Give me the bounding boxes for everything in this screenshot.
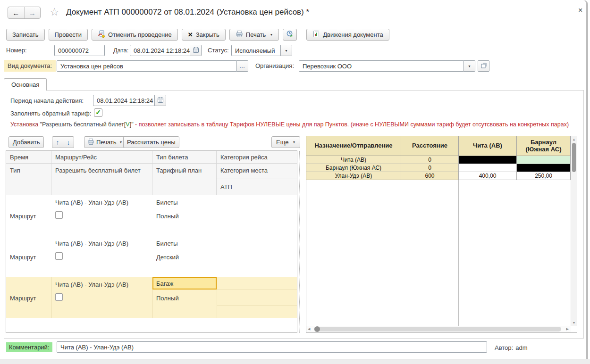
add-row-label: Добавить	[13, 139, 40, 146]
matrix-dest-cell[interactable]: Чита (АВ)	[306, 156, 401, 164]
row-type[interactable]: Маршрут	[10, 213, 36, 220]
favorites-star-icon[interactable]: ☆	[50, 6, 59, 18]
price-matrix-table: Назначение/Отправление Расстояние Чита (…	[306, 136, 577, 333]
row-ticket-type[interactable]: Билеты	[156, 240, 177, 247]
col-header-ticket-type[interactable]: Тип билета	[152, 151, 216, 164]
vertical-scroll-thumb[interactable]	[572, 143, 576, 172]
move-row-down-button[interactable]: ↓	[63, 137, 74, 148]
matrix-price-cell[interactable]	[459, 164, 517, 172]
matrix-distance-cell[interactable]: 0	[401, 164, 459, 172]
close-button[interactable]: ✕ Закрыть	[182, 29, 226, 41]
row-tariff-plan[interactable]: Детский	[156, 254, 179, 261]
scroll-left-icon[interactable]: ◀	[308, 327, 310, 331]
matrix-dest-cell[interactable]: Барнаул (Южная АС)	[306, 164, 401, 172]
matrix-col-barnaul[interactable]: Барнаул (Южная АС)	[517, 136, 571, 156]
save-button[interactable]: Записать	[6, 29, 45, 41]
forward-button[interactable]: →	[24, 7, 41, 18]
matrix-col-chita[interactable]: Чита (АВ)	[459, 136, 517, 156]
number-field[interactable]: 000000072	[54, 45, 105, 56]
matrix-distance-cell[interactable]: 0	[401, 156, 459, 164]
scroll-up-icon[interactable]: ▲	[571, 138, 577, 141]
print-button[interactable]: Печать ▼	[229, 29, 279, 41]
matrix-col-destination[interactable]: Назначение/Отправление	[306, 136, 401, 156]
row-type[interactable]: Маршрут	[10, 295, 36, 302]
organization-open-button[interactable]	[478, 60, 489, 72]
nav-history-group: ← →	[8, 7, 41, 19]
fill-reverse-tariff-checkbox[interactable]: ✓	[94, 108, 102, 117]
fill-reverse-tariff-label: Заполнять обратный тариф:	[10, 110, 91, 117]
post-button[interactable]: Провести	[49, 29, 88, 41]
matrix-price-cell-highlighted[interactable]	[517, 156, 571, 164]
col-header-trip-category[interactable]: Категория рейса	[217, 151, 297, 164]
table-row-selected[interactable]: Чита (АВ) - Улан-Удэ (АВ) Багаж Маршрут …	[6, 277, 297, 318]
date-calendar-button[interactable]	[190, 45, 202, 56]
free-ticket-checkbox[interactable]	[55, 252, 63, 260]
history-refresh-button[interactable]	[283, 29, 297, 41]
table-row[interactable]: Чита (АВ) - Улан-Удэ (АВ) Билеты Маршрут…	[6, 236, 297, 277]
table-row[interactable]: Чита (АВ) - Улан-Удэ (АВ) Билеты Маршрут…	[6, 195, 297, 236]
more-button[interactable]: Еще ▼	[271, 136, 300, 148]
date-field[interactable]: 08.01.2024 12:18:24	[130, 45, 202, 56]
horizontal-scrollbar[interactable]: ◀ ▶	[306, 326, 571, 332]
price-matrix-grid: Назначение/Отправление Расстояние Чита (…	[306, 136, 571, 180]
doc-kind-field[interactable]: Установка цен рейсов ...	[57, 60, 248, 72]
panel-splitter[interactable]	[299, 151, 300, 333]
col-header-route[interactable]: Маршрут/Рейс	[51, 151, 152, 164]
warning-part-4: V	[126, 121, 129, 128]
cancel-posting-label: Отменить проведение	[108, 31, 172, 38]
document-movements-icon	[312, 30, 320, 39]
tab-main[interactable]: Основная	[4, 78, 47, 91]
matrix-distance-cell[interactable]: 600	[401, 172, 459, 180]
doc-kind-choose-button[interactable]: ...	[237, 60, 248, 72]
status-dropdown-button[interactable]: ▼	[281, 45, 292, 56]
matrix-price-cell[interactable]: 250,00	[517, 172, 571, 180]
comment-value: Чита (АВ) - Улан-Удэ (АВ)	[60, 344, 134, 351]
row-type[interactable]: Маршрут	[10, 254, 36, 261]
active-cell-ticket-type[interactable]: Багаж	[152, 277, 217, 290]
period-calendar-button[interactable]	[155, 95, 166, 106]
col-header-time[interactable]: Время	[6, 151, 51, 164]
col-header-type[interactable]: Тип	[6, 164, 51, 179]
matrix-price-cell-blocked[interactable]	[459, 156, 517, 164]
calculate-prices-button[interactable]: Рассчитать цены	[123, 136, 179, 148]
row-tariff-plan[interactable]: Полный	[156, 213, 179, 220]
col-header-tariff-plan[interactable]: Тарифный план	[152, 164, 216, 179]
matrix-price-cell-blocked[interactable]	[517, 164, 571, 172]
scroll-down-icon[interactable]: ▼	[571, 321, 577, 324]
col-header-atp[interactable]: АТП	[217, 179, 297, 194]
organization-dropdown-button[interactable]: ▼	[464, 60, 475, 72]
status-combo[interactable]: Исполняемый ▼	[231, 45, 292, 56]
organization-label: Организация:	[255, 62, 294, 69]
horizontal-scroll-track[interactable]	[314, 327, 561, 331]
move-row-up-button[interactable]: ↑	[52, 137, 63, 148]
comment-field[interactable]: Чита (АВ) - Улан-Удэ (АВ)	[57, 341, 487, 353]
matrix-col-distance[interactable]: Расстояние	[401, 136, 459, 156]
page-title: Документ АТП 000000072 от 08.01.2024 (Ус…	[66, 8, 309, 17]
row-route[interactable]: Чита (АВ) - Улан-Удэ (АВ)	[55, 240, 128, 247]
header-col-time-type: Время Тип	[6, 151, 51, 195]
horizontal-scroll-thumb[interactable]	[314, 326, 320, 332]
matrix-price-cell[interactable]: 400,00	[459, 172, 517, 180]
scroll-right-icon[interactable]: ▶	[566, 327, 569, 331]
col-header-seat-category[interactable]: Категория места	[217, 164, 297, 179]
row-tariff-plan[interactable]: Полный	[156, 295, 179, 302]
col-header-free-ticket[interactable]: Разрешить бесплатный билет	[51, 164, 152, 179]
cancel-posting-button[interactable]: Отменить проведение	[92, 29, 178, 41]
row-ticket-type[interactable]: Билеты	[156, 199, 177, 206]
period-field[interactable]: 08.01.2024 12:18:24	[93, 95, 166, 106]
matrix-dest-cell[interactable]: Улан-Удэ (АВ)	[306, 172, 401, 180]
back-button[interactable]: ←	[8, 7, 24, 18]
arrow-down-icon: ↓	[67, 139, 70, 146]
add-row-button[interactable]: Добавить	[8, 136, 44, 148]
free-ticket-checkbox[interactable]	[55, 293, 63, 301]
document-movements-button[interactable]: Движения документа	[306, 29, 389, 41]
row-route[interactable]: Чита (АВ) - Улан-Удэ (АВ)	[55, 199, 128, 206]
grid-line	[217, 277, 217, 318]
row-route[interactable]: Чита (АВ) - Улан-Удэ (АВ)	[55, 281, 128, 288]
print-button-label: Печать	[246, 31, 266, 38]
organization-field[interactable]: Перевозчик ООО ▼	[299, 60, 489, 72]
routes-print-button[interactable]: Печать ▼	[84, 136, 126, 148]
free-ticket-checkbox[interactable]	[55, 211, 63, 219]
close-icon[interactable]: ×	[578, 6, 582, 15]
vertical-scrollbar[interactable]: ▲ ▼	[571, 136, 577, 326]
